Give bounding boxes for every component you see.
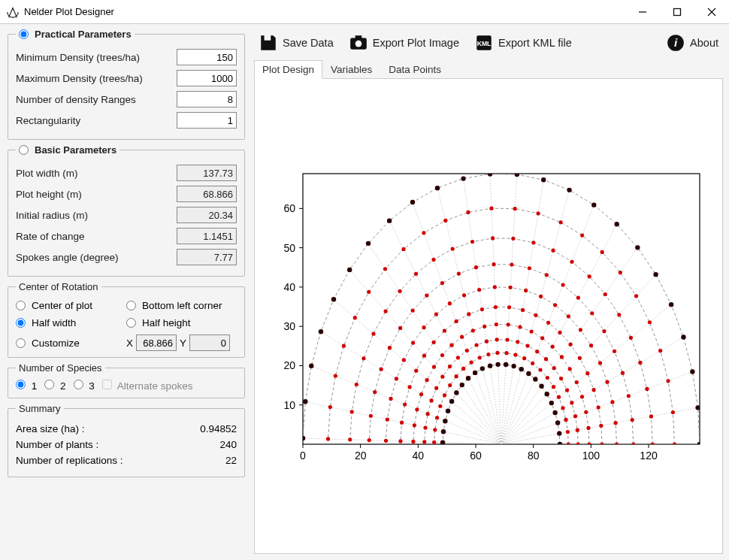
practical-mode-radio[interactable] [19,29,29,39]
svg-point-66 [552,410,557,414]
maximize-button[interactable] [660,0,694,24]
svg-point-191 [553,303,557,307]
svg-point-171 [494,304,498,308]
svg-point-90 [561,406,564,410]
svg-point-87 [567,442,570,446]
svg-point-65 [555,420,560,425]
export-kml-button[interactable]: KML Export KML file [474,33,572,53]
svg-point-153 [432,365,436,368]
species-legend: Number of Species [16,362,105,374]
svg-point-73 [511,363,516,368]
svg-point-67 [549,400,554,404]
alternate-spokes-checkbox[interactable]: Alternate spokes [102,380,193,392]
svg-point-99 [495,350,499,354]
svg-point-152 [440,353,444,356]
tab-plot-design[interactable]: Plot Design [254,60,322,79]
y-label: Y [180,338,186,349]
svg-point-70 [533,377,537,381]
svg-point-144 [530,329,534,333]
num-ranges-input[interactable] [177,91,237,107]
svg-point-130 [434,386,438,389]
svg-point-172 [480,307,484,310]
plants-label: Number of plants : [16,439,177,450]
species-3-option[interactable]: 3 [74,380,95,392]
svg-point-111 [576,442,580,446]
svg-point-288 [567,187,571,192]
svg-point-196 [477,287,481,291]
svg-point-268 [466,210,470,213]
svg-point-151 [449,343,453,347]
svg-point-69 [539,383,543,388]
max-density-input[interactable] [177,70,237,86]
svg-point-125 [474,343,478,347]
svg-text:20: 20 [283,359,295,371]
svg-point-281 [690,369,694,374]
svg-point-223 [425,293,428,297]
svg-point-190 [567,314,570,318]
svg-point-106 [443,393,446,397]
svg-point-215 [561,283,565,286]
svg-point-289 [541,177,546,182]
initial-radius-label: Initial radius (m) [16,210,177,221]
min-density-input[interactable] [177,49,237,65]
summary-group: Summary Area size (ha) :0.94852 Number o… [8,403,245,477]
svg-point-179 [408,385,412,389]
svg-point-79 [466,375,470,380]
species-1-option[interactable]: 1 [16,380,37,392]
customize-option[interactable]: Customize [16,334,126,351]
svg-point-193 [524,288,528,292]
svg-point-221 [457,271,461,275]
export-image-button[interactable]: Export Plot Image [349,33,459,53]
svg-text:60: 60 [470,450,482,462]
basic-mode-radio[interactable] [19,145,29,155]
svg-point-160 [599,423,603,427]
species-group: Number of Species 1 2 3 Alternate spokes [8,362,245,398]
svg-point-161 [597,405,600,409]
svg-point-290 [515,171,519,176]
svg-point-176 [432,340,436,344]
svg-point-83 [446,408,450,413]
svg-point-211 [613,349,616,353]
title-bar: Nelder Plot Designer [0,0,729,24]
svg-point-206 [384,438,388,442]
svg-point-127 [456,356,460,359]
svg-point-276 [334,374,337,377]
svg-point-231 [651,442,655,446]
svg-point-102 [469,360,473,364]
tab-data-points[interactable]: Data Points [380,60,449,79]
species-2-option[interactable]: 2 [44,380,65,392]
svg-point-188 [589,344,593,347]
bottom-left-option[interactable]: Bottom left corner [126,300,237,311]
svg-text:100: 100 [582,450,600,462]
num-ranges-label: Number of density Ranges [16,94,177,105]
svg-point-143 [540,336,544,340]
svg-text:80: 80 [528,450,540,462]
rectangularity-input[interactable] [177,112,237,129]
svg-point-133 [423,425,427,429]
about-button[interactable]: i About [666,33,718,53]
svg-point-217 [528,266,531,270]
svg-point-240 [551,248,555,252]
svg-point-117 [552,366,556,370]
toolbar: Save Data Export Plot Image KML Export K… [254,29,723,60]
svg-point-261 [619,270,622,274]
max-density-label: Maximum Density (trees/ha) [16,73,177,84]
svg-point-74 [504,362,508,366]
half-width-option[interactable]: Half width [16,317,126,328]
svg-point-85 [441,429,446,434]
svg-point-282 [681,334,685,339]
center-of-plot-option[interactable]: Center of plot [16,300,126,311]
save-data-button[interactable]: Save Data [259,33,334,53]
minimize-button[interactable] [625,0,660,24]
svg-point-184 [614,421,618,425]
svg-point-84 [443,419,447,423]
svg-point-169 [521,307,525,311]
svg-point-121 [516,340,519,344]
tab-variables[interactable]: Variables [322,60,380,79]
svg-text:60: 60 [283,202,295,214]
basic-parameters-group: Basic Parameters Plot width (m) Plot hei… [8,144,245,277]
svg-point-244 [470,239,474,243]
svg-point-68 [545,392,549,396]
half-height-option[interactable]: Half height [126,317,237,328]
close-button[interactable] [694,0,729,24]
